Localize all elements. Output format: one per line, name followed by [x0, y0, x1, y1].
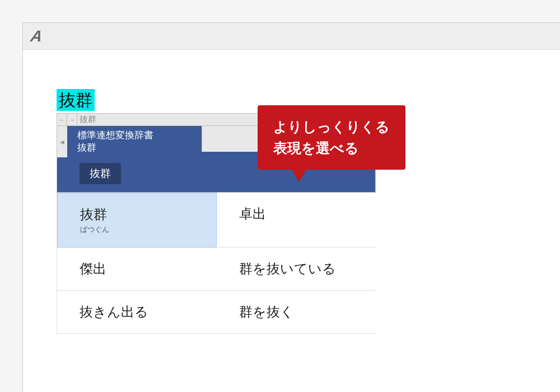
candidate-item[interactable]: 抜きん出る — [57, 291, 217, 334]
app-logo-icon: A — [29, 27, 44, 45]
candidate-word: 傑出 — [80, 260, 206, 278]
candidate-word: 卓出 — [239, 205, 365, 223]
candidate-word: 群を抜く — [239, 303, 365, 321]
input-selected-text[interactable]: 抜群 — [57, 89, 95, 111]
candidate-grid: 抜群 ばつぐん 卓出 傑出 群を抜いている 抜きん出る 群を抜く — [57, 193, 376, 334]
candidate-item[interactable]: 群を抜いている — [217, 248, 376, 291]
candidate-item[interactable]: 抜群 ばつぐん — [57, 193, 217, 248]
candidate-word: 群を抜いている — [239, 260, 365, 278]
nav-breadcrumb: 抜群 — [77, 114, 96, 125]
titlebar: A — [23, 23, 560, 50]
callout-tail-icon — [291, 169, 307, 182]
candidate-item[interactable]: 傑出 — [57, 248, 217, 291]
content-area: 抜群 ← → 抜群 ◀ 標準連想変換辞書 抜群 抜群 — [23, 50, 560, 111]
collapse-icon[interactable]: ◀ — [57, 126, 67, 157]
candidate-item[interactable]: 群を抜く — [217, 291, 376, 334]
candidate-word: 抜群 — [80, 206, 205, 223]
annotation-callout: よりしっくりくる 表現を選べる — [258, 105, 405, 170]
candidate-reading: ばつぐん — [80, 225, 205, 235]
candidate-word: 抜きん出る — [80, 303, 206, 321]
nav-back-icon[interactable]: ← — [57, 114, 67, 125]
candidate-item[interactable]: 卓出 — [217, 193, 376, 248]
callout-line2: 表現を選べる — [273, 138, 390, 159]
nav-forward-icon[interactable]: → — [67, 114, 77, 125]
callout-line1: よりしっくりくる — [273, 116, 390, 138]
ime-active-tab[interactable]: 抜群 — [80, 163, 121, 184]
app-window: A 抜群 ← → 抜群 ◀ 標準連想変換辞書 抜群 抜群 — [22, 22, 560, 392]
